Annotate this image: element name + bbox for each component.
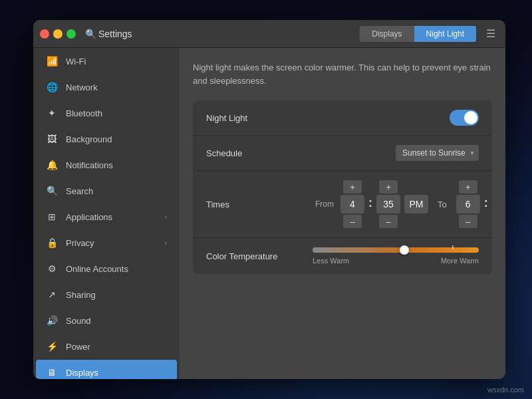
sidebar-item-search[interactable]: 🔍 Search (36, 178, 177, 203)
window-controls: × – □ (40, 29, 76, 39)
from-hour-group: + 4 – (340, 180, 364, 228)
tab-night-light[interactable]: Night Light (414, 26, 476, 42)
power-icon: ⚡ (46, 340, 58, 352)
sidebar-label-bluetooth: Bluetooth (66, 108, 102, 118)
sidebar-label-search: Search (66, 186, 93, 196)
sidebar-label-online-accounts: Online Accounts (66, 264, 128, 274)
sidebar-item-power[interactable]: ⚡ Power (36, 334, 177, 359)
search-button[interactable]: 🔍 (82, 26, 98, 42)
network-icon: 🌐 (46, 81, 58, 93)
close-button[interactable]: × (40, 29, 49, 39)
times-content: From + 4 – : + 35 – (313, 180, 492, 228)
to-hour-decrement[interactable]: – (459, 215, 477, 228)
schedule-row: Schedule Sunset to Sunrise Manual Schedu… (193, 136, 492, 171)
minimize-button[interactable]: – (53, 29, 63, 39)
night-light-toggle[interactable] (450, 110, 479, 126)
applications-arrow: › (165, 213, 167, 221)
content-area: Night light makes the screen color warme… (180, 48, 505, 379)
privacy-arrow: › (165, 239, 167, 247)
sidebar-item-notifications[interactable]: 🔔 Notifications (36, 152, 177, 178)
tab-displays[interactable]: Displays (360, 26, 414, 42)
search-nav-icon: 🔍 (46, 185, 58, 197)
sidebar-item-background[interactable]: 🖼 Background (36, 126, 177, 152)
background-icon: 🖼 (46, 133, 58, 145)
wifi-icon: 📶 (46, 55, 58, 67)
titlebar: × – □ 🔍 Settings Displays Night Light ☰ (33, 20, 505, 48)
displays-icon: 🖥 (46, 366, 58, 378)
sidebar-item-online-accounts[interactable]: ⚙ Online Accounts (36, 256, 177, 281)
color-temperature-row: Color Temperature Less Warm More Warm (193, 238, 492, 274)
from-minute-decrement[interactable]: – (379, 215, 398, 228)
sidebar-label-wifi: Wi-Fi (66, 57, 86, 66)
slider-tick (452, 245, 454, 249)
sidebar-item-privacy[interactable]: 🔒 Privacy › (36, 230, 177, 255)
slider-labels: Less Warm More Warm (313, 257, 479, 265)
times-row: Times From + 4 – : + 35 (193, 171, 492, 238)
from-hour-increment[interactable]: + (343, 180, 362, 194)
more-warm-label: More Warm (441, 257, 479, 265)
settings-panel: Night Light Schedule Sunset to Sunrise M… (193, 100, 492, 274)
sidebar-label-applications: Applications (66, 212, 112, 222)
time-colon-2: : (484, 196, 488, 210)
watermark: wsxdn.com (487, 386, 524, 394)
schedule-label: Schedule (206, 148, 313, 158)
night-light-row: Night Light (193, 100, 492, 136)
sidebar-item-sound[interactable]: 🔊 Sound (36, 308, 177, 333)
sidebar-item-displays[interactable]: 🖥 Displays (36, 360, 177, 379)
from-minute-value: 35 (376, 195, 400, 213)
maximize-button[interactable]: □ (66, 29, 76, 39)
sidebar-item-applications[interactable]: ⊞ Applications › (36, 204, 177, 229)
from-period-value: PM (404, 195, 428, 213)
sidebar-item-sharing[interactable]: ↗ Sharing (36, 282, 177, 307)
to-label: To (438, 200, 447, 209)
sidebar-label-sharing: Sharing (66, 290, 96, 300)
color-temperature-slider-thumb[interactable] (400, 245, 409, 255)
from-label: From (315, 200, 334, 209)
times-label: Times (206, 200, 313, 209)
menu-button[interactable]: ☰ (483, 26, 499, 42)
sidebar-item-network[interactable]: 🌐 Network (36, 74, 177, 100)
sharing-icon: ↗ (46, 289, 58, 301)
bluetooth-icon: ✦ (46, 107, 58, 119)
color-temperature-slider-track[interactable] (313, 247, 479, 253)
sidebar-label-notifications: Notifications (66, 160, 113, 170)
schedule-dropdown-wrapper: Sunset to Sunrise Manual Schedule Disabl… (396, 145, 479, 161)
sidebar: 📶 Wi-Fi 🌐 Network ✦ Bluetooth 🖼 Backgrou… (33, 48, 180, 379)
applications-icon: ⊞ (46, 211, 58, 223)
description-text: Night light makes the screen color warme… (193, 61, 492, 87)
to-hour-group: + 6 – (456, 180, 480, 228)
sidebar-label-privacy: Privacy (66, 238, 94, 248)
sound-icon: 🔊 (46, 315, 58, 327)
sidebar-item-wifi[interactable]: 📶 Wi-Fi (36, 49, 177, 74)
notifications-icon: 🔔 (46, 159, 58, 171)
from-minute-increment[interactable]: + (379, 180, 398, 194)
time-colon-1: : (368, 196, 372, 210)
less-warm-label: Less Warm (313, 257, 349, 265)
sidebar-label-network: Network (66, 82, 98, 92)
sidebar-label-power: Power (66, 342, 90, 352)
settings-window: × – □ 🔍 Settings Displays Night Light ☰ … (33, 20, 505, 379)
color-temperature-content: Less Warm More Warm (313, 247, 479, 265)
from-hour-value: 4 (340, 195, 364, 213)
main-content: 📶 Wi-Fi 🌐 Network ✦ Bluetooth 🖼 Backgrou… (33, 48, 505, 379)
privacy-icon: 🔒 (46, 237, 58, 249)
color-temperature-label: Color Temperature (206, 251, 313, 261)
to-hour-increment[interactable]: + (459, 180, 477, 194)
sidebar-label-sound: Sound (66, 316, 91, 326)
from-hour-decrement[interactable]: – (343, 215, 362, 228)
titlebar-tabs: Displays Night Light (360, 26, 476, 42)
online-accounts-icon: ⚙ (46, 263, 58, 275)
window-title: Settings (98, 29, 132, 39)
sidebar-label-displays: Displays (66, 368, 98, 378)
schedule-dropdown[interactable]: Sunset to Sunrise Manual Schedule Disabl… (396, 145, 479, 161)
sidebar-label-background: Background (66, 134, 112, 144)
to-hour-value: 6 (456, 195, 480, 213)
sidebar-item-bluetooth[interactable]: ✦ Bluetooth (36, 100, 177, 126)
night-light-label: Night Light (206, 113, 313, 123)
from-period-group: PM (404, 180, 428, 228)
from-minute-group: + 35 – (376, 180, 400, 228)
